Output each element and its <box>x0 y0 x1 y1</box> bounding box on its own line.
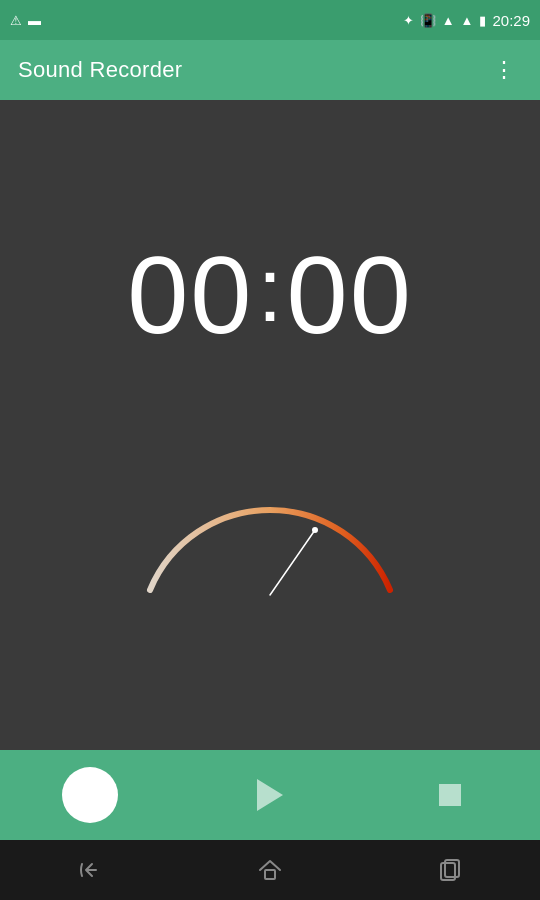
wifi-icon: ▲ <box>442 13 455 28</box>
vu-arc <box>150 510 390 590</box>
back-icon <box>76 856 104 884</box>
app-title: Sound Recorder <box>18 57 182 83</box>
status-bar: ⚠ ▬ ✦ 📳 ▲ ▲ ▮ 20:29 <box>0 0 540 40</box>
status-time: 20:29 <box>492 12 530 29</box>
battery-icon: ▮ <box>479 13 486 28</box>
alert-icon: ⚠ <box>10 13 22 28</box>
signal-icon: ▲ <box>461 13 474 28</box>
overflow-menu-button[interactable]: ⋮ <box>486 52 522 88</box>
screen-icon: ▬ <box>28 13 41 28</box>
vibrate-icon: 📳 <box>420 13 436 28</box>
timer-separator: : <box>257 245 282 345</box>
play-button[interactable] <box>242 767 298 823</box>
vu-meter <box>120 430 420 610</box>
svg-rect-0 <box>265 870 275 879</box>
home-icon <box>256 856 284 884</box>
nav-back-button[interactable] <box>60 840 120 900</box>
vu-needle-tip <box>312 527 318 533</box>
vu-needle <box>270 530 315 595</box>
timer-display: 00 : 00 <box>127 240 413 350</box>
bottom-controls-bar <box>0 750 540 840</box>
vu-meter-svg <box>120 430 420 610</box>
play-icon <box>257 779 283 811</box>
app-bar: Sound Recorder ⋮ <box>0 40 540 100</box>
nav-recents-button[interactable] <box>420 840 480 900</box>
stop-icon <box>439 784 461 806</box>
bluetooth-icon: ✦ <box>403 13 414 28</box>
timer-minutes: 00 <box>127 240 253 350</box>
navigation-bar <box>0 840 540 900</box>
main-content: 00 : 00 <box>0 100 540 750</box>
stop-button[interactable] <box>422 767 478 823</box>
status-right-area: ✦ 📳 ▲ ▲ ▮ 20:29 <box>403 12 530 29</box>
record-button-inner <box>64 769 116 821</box>
nav-home-button[interactable] <box>240 840 300 900</box>
record-button[interactable] <box>62 767 118 823</box>
recents-icon <box>436 856 464 884</box>
status-left-icons: ⚠ ▬ <box>10 13 41 28</box>
timer-seconds: 00 <box>287 240 413 350</box>
